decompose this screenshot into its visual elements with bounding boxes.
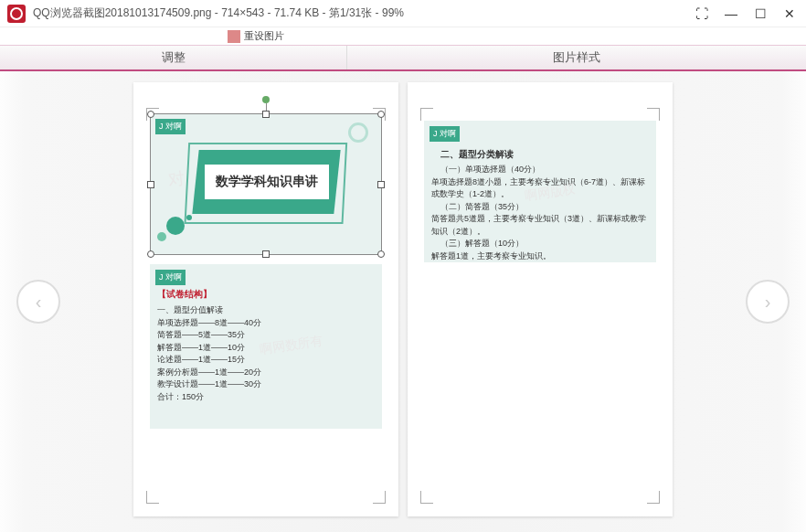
app-icon	[7, 5, 26, 23]
content-line: 解答题——1道——10分	[157, 342, 375, 355]
decoration-circle	[348, 122, 368, 143]
content-text: 解答题1道，主要考察专业知识。	[431, 250, 649, 263]
watermark: 对	[166, 167, 186, 191]
subheading-text: （一）单项选择题（40分）	[431, 164, 649, 176]
content-text: 单项选择题8道小题，主要考察专业知识（6-7道）、新课标或数学史（1-2道）。	[431, 176, 649, 201]
content-line: 论述题——1道——15分	[157, 354, 375, 367]
page-2: J 对啊 二、题型分类解读 （一）单项选择题（40分） 单项选择题8道小题，主要…	[408, 82, 673, 516]
prev-button[interactable]: ‹	[16, 280, 60, 324]
page-1: J 对啊 数学学科知识串讲 对 J 对啊 【试卷结	[133, 82, 398, 516]
decoration-circle	[157, 232, 166, 241]
decoration-circle	[166, 217, 185, 235]
corner-marker	[373, 491, 386, 504]
tab-image-style[interactable]: 图片样式	[347, 46, 806, 69]
slide-title-shape: 数学学科知识串讲	[192, 150, 340, 214]
corner-marker	[420, 108, 433, 121]
tabs-row: 调整 图片样式	[0, 46, 806, 71]
chevron-right-icon: ›	[765, 292, 771, 313]
ribbon-toolbar: 重设图片	[0, 27, 806, 46]
subheading-text: （三）解答题（10分）	[431, 238, 649, 250]
heading-text: 二、题型分类解读	[431, 148, 649, 161]
heading-text: 一、题型分值解读	[157, 304, 375, 317]
window-title: QQ浏览器截图20181013174509.png - 714×543 - 71…	[33, 5, 404, 21]
slide-logo: J 对啊	[155, 270, 186, 285]
fullscreen-icon[interactable]: ⛶	[693, 6, 711, 21]
content-text: 简答题共5道题，主要考察专业知识（3道）、新课标或教学知识（2道）。	[431, 213, 649, 238]
corner-marker	[647, 108, 660, 121]
slide-3: J 对啊 二、题型分类解读 （一）单项选择题（40分） 单项选择题8道小题，主要…	[424, 121, 656, 262]
slide-2: J 对啊 【试卷结构】 一、题型分值解读 单项选择题——8道——40分 简答题—…	[150, 264, 382, 429]
minimize-button[interactable]: —	[722, 6, 740, 21]
content-line: 单项选择题——8道——40分	[157, 317, 375, 330]
content-line: 教学设计题——1道——30分	[157, 378, 375, 391]
reset-image-icon	[228, 30, 240, 43]
next-button[interactable]: ›	[746, 280, 790, 324]
window-controls: ⛶ — ☐ ✕	[693, 6, 799, 21]
corner-marker	[420, 491, 433, 504]
content-area: ‹ › J 对啊 数学学科知识串讲 对	[0, 71, 806, 532]
content-line: 简答题——5道——35分	[157, 329, 375, 342]
reset-image-button[interactable]: 重设图片	[220, 27, 292, 45]
slide-1[interactable]: J 对啊 数学学科知识串讲 对	[150, 113, 382, 255]
titlebar: QQ浏览器截图20181013174509.png - 714×543 - 71…	[0, 0, 806, 27]
decoration-circle	[186, 215, 192, 220]
tab-adjust[interactable]: 调整	[0, 46, 347, 69]
content-line: 案例分析题——1道——20分	[157, 367, 375, 379]
content-line: 合计：150分	[157, 391, 375, 404]
maximize-button[interactable]: ☐	[751, 6, 769, 21]
close-button[interactable]: ✕	[780, 6, 799, 21]
corner-marker	[647, 491, 660, 504]
chevron-left-icon: ‹	[36, 292, 42, 313]
slide-logo: J 对啊	[155, 119, 186, 134]
corner-marker	[146, 491, 159, 504]
section-title: 【试卷结构】	[157, 288, 375, 301]
subheading-text: （二）简答题（35分）	[431, 201, 649, 214]
slide-logo: J 对啊	[430, 126, 460, 142]
slide-title: 数学学科知识串讲	[205, 165, 329, 199]
